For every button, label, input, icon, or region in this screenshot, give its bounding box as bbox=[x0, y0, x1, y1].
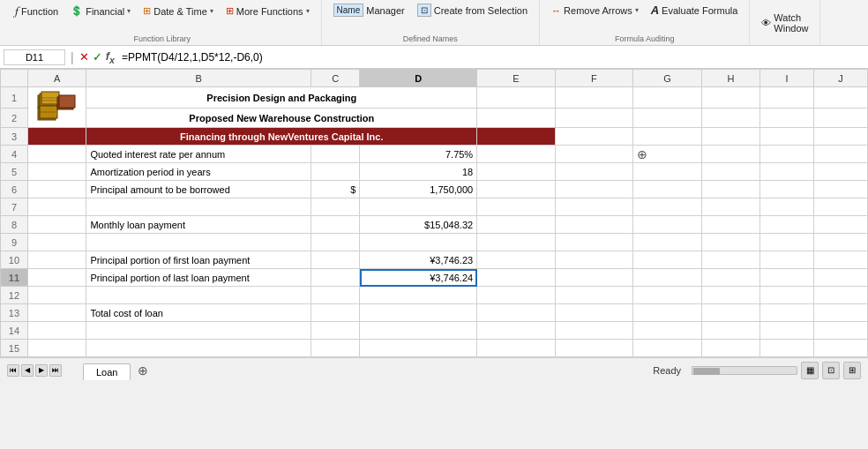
cell-F13[interactable] bbox=[555, 304, 633, 322]
cell-I4[interactable] bbox=[760, 146, 814, 163]
row-num-15[interactable]: 15 bbox=[1, 340, 28, 357]
col-header-D[interactable]: D bbox=[360, 70, 477, 87]
cell-E4[interactable] bbox=[477, 146, 556, 163]
cell-G12[interactable] bbox=[633, 287, 701, 304]
cell-H5[interactable] bbox=[701, 163, 760, 181]
cell-A3[interactable] bbox=[27, 128, 86, 146]
cell-J2[interactable] bbox=[814, 109, 868, 128]
cell-I15[interactable] bbox=[760, 340, 814, 357]
col-header-I[interactable]: I bbox=[760, 70, 814, 87]
cell-H11[interactable] bbox=[701, 269, 760, 287]
cell-F10[interactable] bbox=[555, 251, 633, 269]
col-header-J[interactable]: J bbox=[814, 70, 868, 87]
cell-G5[interactable] bbox=[633, 163, 701, 181]
col-header-B[interactable]: B bbox=[86, 70, 311, 87]
cell-J6[interactable] bbox=[814, 181, 868, 198]
cell-I7[interactable] bbox=[760, 198, 814, 216]
watch-window-button[interactable]: 👁 WatchWindow bbox=[757, 11, 812, 35]
cell-J11[interactable] bbox=[814, 269, 868, 287]
cell-F11[interactable] bbox=[555, 269, 633, 287]
col-header-F[interactable]: F bbox=[555, 70, 633, 87]
cell-A7[interactable] bbox=[27, 198, 86, 216]
cell-F12[interactable] bbox=[555, 287, 633, 304]
cell-B14[interactable] bbox=[86, 322, 311, 340]
cell-C9[interactable] bbox=[311, 234, 359, 251]
cell-D10[interactable]: ¥3,746.23 bbox=[360, 251, 477, 269]
cell-H3[interactable] bbox=[701, 128, 760, 146]
cell-B5[interactable]: Amortization period in years bbox=[86, 163, 311, 181]
cell-B7[interactable] bbox=[86, 198, 311, 216]
cell-C13[interactable] bbox=[311, 304, 359, 322]
row-num-6[interactable]: 6 bbox=[1, 181, 28, 198]
cell-G4[interactable]: ⊕ bbox=[633, 146, 701, 163]
cell-C15[interactable] bbox=[311, 340, 359, 357]
cell-G7[interactable] bbox=[633, 198, 701, 216]
cell-I1[interactable] bbox=[760, 87, 814, 109]
cell-J7[interactable] bbox=[814, 198, 868, 216]
cell-E8[interactable] bbox=[477, 216, 556, 234]
create-from-selection-button[interactable]: ⊡ Create from Selection bbox=[413, 2, 532, 19]
row-num-10[interactable]: 10 bbox=[1, 251, 28, 269]
cell-G1[interactable] bbox=[633, 87, 701, 109]
scroll-next-sheet-button[interactable]: ▶ bbox=[35, 364, 48, 377]
insert-function-button[interactable]: 𝑓 Function bbox=[11, 2, 63, 20]
cell-D4[interactable]: 7.75% bbox=[360, 146, 477, 163]
cell-D13[interactable] bbox=[360, 304, 477, 322]
cell-D8[interactable]: $15,048.32 bbox=[360, 216, 477, 234]
confirm-formula-icon[interactable]: ✓ bbox=[93, 50, 102, 64]
cell-H6[interactable] bbox=[701, 181, 760, 198]
cancel-formula-icon[interactable]: ✕ bbox=[79, 50, 89, 64]
row-num-9[interactable]: 9 bbox=[1, 234, 28, 251]
cell-E5[interactable] bbox=[477, 163, 556, 181]
row-num-11[interactable]: 11 bbox=[1, 269, 28, 287]
cell-E1[interactable] bbox=[477, 87, 556, 109]
cell-A14[interactable] bbox=[27, 322, 86, 340]
cell-C14[interactable] bbox=[311, 322, 359, 340]
cell-B11[interactable]: Principal portion of last loan payment bbox=[86, 269, 311, 287]
col-header-G[interactable]: G bbox=[633, 70, 701, 87]
cell-C6[interactable]: $ bbox=[311, 181, 359, 198]
cell-A5[interactable] bbox=[27, 163, 86, 181]
page-break-button[interactable]: ⊞ bbox=[843, 362, 861, 379]
cell-D6[interactable]: 1,750,000 bbox=[360, 181, 477, 198]
cell-H9[interactable] bbox=[701, 234, 760, 251]
cell-D14[interactable] bbox=[360, 322, 477, 340]
cell-A1[interactable] bbox=[27, 87, 86, 128]
row-num-1[interactable]: 1 bbox=[1, 87, 28, 109]
cell-J14[interactable] bbox=[814, 322, 868, 340]
cell-D7[interactable] bbox=[360, 198, 477, 216]
cell-B10[interactable]: Principal portion of first loan payment bbox=[86, 251, 311, 269]
cell-G13[interactable] bbox=[633, 304, 701, 322]
add-sheet-button[interactable]: ⊕ bbox=[131, 361, 155, 380]
col-header-H[interactable]: H bbox=[701, 70, 760, 87]
cell-J12[interactable] bbox=[814, 287, 868, 304]
cell-I11[interactable] bbox=[760, 269, 814, 287]
cell-G11[interactable] bbox=[633, 269, 701, 287]
cell-B12[interactable] bbox=[86, 287, 311, 304]
more-functions-button[interactable]: ⊞ More Functions ▾ bbox=[221, 4, 314, 19]
cell-C11[interactable] bbox=[311, 269, 359, 287]
loan-sheet-tab[interactable]: Loan bbox=[83, 363, 131, 380]
cell-E10[interactable] bbox=[477, 251, 556, 269]
cell-I12[interactable] bbox=[760, 287, 814, 304]
row-num-12[interactable]: 12 bbox=[1, 287, 28, 304]
cell-J4[interactable] bbox=[814, 146, 868, 163]
cell-J1[interactable] bbox=[814, 87, 868, 109]
row-num-14[interactable]: 14 bbox=[1, 322, 28, 340]
row-num-3[interactable]: 3 bbox=[1, 128, 28, 146]
name-manager-button[interactable]: Name Manager bbox=[329, 2, 409, 19]
col-header-E[interactable]: E bbox=[477, 70, 556, 87]
cell-A11[interactable] bbox=[27, 269, 86, 287]
cell-C12[interactable] bbox=[311, 287, 359, 304]
cell-H13[interactable] bbox=[701, 304, 760, 322]
cell-A13[interactable] bbox=[27, 304, 86, 322]
row-num-4[interactable]: 4 bbox=[1, 146, 28, 163]
cell-I14[interactable] bbox=[760, 322, 814, 340]
cell-A4[interactable] bbox=[27, 146, 86, 163]
cell-H10[interactable] bbox=[701, 251, 760, 269]
cell-G3[interactable] bbox=[633, 128, 701, 146]
cell-G9[interactable] bbox=[633, 234, 701, 251]
cell-D11[interactable]: ¥3,746.24 bbox=[360, 269, 477, 287]
cell-E12[interactable] bbox=[477, 287, 556, 304]
cell-reference-box[interactable] bbox=[4, 49, 65, 65]
